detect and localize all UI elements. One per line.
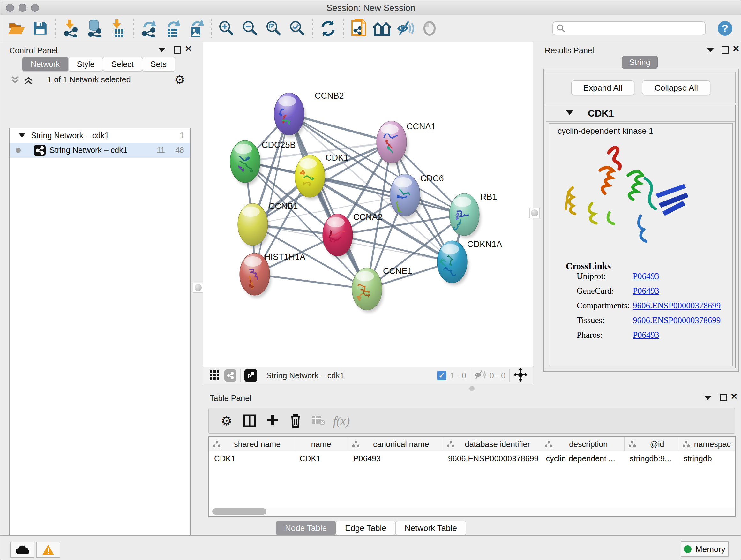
show-nodes-icon[interactable]: [418, 18, 441, 39]
results-panel-title: Results Panel: [545, 46, 594, 55]
tab-style[interactable]: Style: [68, 57, 104, 71]
selected-checkbox-icon[interactable]: ✓: [437, 371, 447, 380]
network-graph[interactable]: CCNB2CCNA1CDC25BCDK1CDC6RB1CCNB1CCNA2HIS…: [203, 42, 533, 367]
crosslinks-section: CrossLinks Uniprot:P06493GeneCard:P06493…: [549, 261, 732, 345]
collapse-all-button[interactable]: Collapse All: [642, 80, 711, 95]
table-cell[interactable]: 9606.ENSP00000378699: [443, 451, 541, 465]
scrollbar-thumb[interactable]: [212, 508, 266, 515]
network-view-title: String Network – cdk1: [266, 371, 344, 380]
results-panel-float-icon[interactable]: [722, 46, 729, 54]
left-splitter-handle[interactable]: [193, 283, 203, 293]
save-session-icon[interactable]: [28, 18, 52, 39]
gene-name: CDK1: [588, 108, 614, 119]
table-cell[interactable]: stringdb:9...: [624, 451, 678, 465]
table-cell[interactable]: stringdb: [678, 451, 735, 465]
delete-column-icon[interactable]: [284, 414, 307, 428]
column-header-name[interactable]: name: [294, 437, 348, 451]
control-panel-float-icon[interactable]: [174, 46, 181, 54]
memory-button[interactable]: Memory: [681, 541, 729, 557]
table-horizontal-scrollbar[interactable]: [210, 507, 735, 516]
string-view-icon[interactable]: [224, 369, 237, 381]
column-header-description[interactable]: description: [541, 437, 624, 451]
gene-disclosure-icon[interactable]: [566, 111, 573, 115]
tab-string[interactable]: String: [622, 56, 658, 69]
network-options-gear-icon[interactable]: ⚙: [174, 73, 185, 87]
refresh-icon[interactable]: [316, 18, 340, 39]
edge-count: 48: [175, 145, 184, 155]
table-cell[interactable]: CDK1: [294, 451, 348, 465]
string-home-icon[interactable]: [370, 18, 394, 39]
string-document-icon[interactable]: [347, 18, 370, 39]
zoom-in-icon[interactable]: [215, 18, 239, 39]
column-header-shared-name[interactable]: shared name: [209, 437, 294, 451]
help-icon[interactable]: ?: [713, 18, 737, 39]
search-input[interactable]: [552, 21, 705, 36]
tab-sets[interactable]: Sets: [142, 57, 175, 71]
table-cell[interactable]: P06493: [348, 451, 443, 465]
table-cell[interactable]: cyclin-dependent ...: [541, 451, 624, 465]
table-row[interactable]: CDK1CDK1P064939606.ENSP00000378699cyclin…: [209, 451, 735, 465]
crosslink-link[interactable]: P06493: [633, 271, 659, 281]
open-session-icon[interactable]: [5, 18, 28, 39]
hide-nodes-icon[interactable]: [394, 18, 418, 39]
table-header-row[interactable]: shared namenamecanonical namedatabase id…: [209, 437, 735, 451]
export-network-icon[interactable]: [137, 18, 160, 39]
results-panel-collapse-icon[interactable]: [707, 48, 714, 52]
hidden-eye-icon[interactable]: [474, 370, 486, 381]
horizontal-splitter-handle[interactable]: [469, 386, 475, 391]
table-panel-float-icon[interactable]: [720, 394, 727, 401]
table-cell[interactable]: CDK1: [209, 451, 294, 465]
results-panel-close-icon[interactable]: ✕: [732, 44, 740, 54]
control-panel-collapse-icon[interactable]: [158, 48, 165, 52]
crosslink-link[interactable]: 9606.ENSP00000378699: [633, 301, 721, 311]
create-column-icon[interactable]: [261, 415, 284, 427]
node-label-CDC6: CDC6: [420, 174, 444, 183]
warning-status-button[interactable]: [36, 542, 60, 558]
collection-disclosure-icon[interactable]: [19, 133, 25, 138]
main-toolbar: ?: [0, 15, 741, 42]
network-canvas[interactable]: CCNB2CCNA1CDC25BCDK1CDC6RB1CCNB1CCNA2HIS…: [203, 42, 533, 367]
column-header-canonical-name[interactable]: canonical name: [348, 437, 443, 451]
tab-edge-table[interactable]: Edge Table: [336, 521, 396, 536]
expand-all-button[interactable]: Expand All: [571, 80, 634, 95]
import-network-icon[interactable]: [59, 18, 83, 39]
column-header-@id[interactable]: @id: [624, 437, 678, 451]
zoom-fit-icon[interactable]: [262, 18, 286, 39]
search-bar: [552, 21, 705, 36]
tab-node-table[interactable]: Node Table: [276, 521, 336, 536]
zoom-selected-icon[interactable]: [286, 18, 309, 39]
table-panel-collapse-icon[interactable]: [704, 395, 711, 400]
zoom-out-icon[interactable]: [239, 18, 262, 39]
column-tree-icon: [447, 441, 455, 448]
tab-network-table[interactable]: Network Table: [395, 521, 466, 536]
tab-select[interactable]: Select: [103, 57, 142, 71]
node-gloss: [394, 177, 412, 187]
network-selection-status: 1 of 1 Network selected: [9, 75, 169, 84]
tab-network[interactable]: Network: [22, 57, 69, 71]
network-edge-HIST1H1A-CCNE1[interactable]: [255, 274, 367, 289]
table-panel-close-icon[interactable]: ✕: [731, 391, 738, 401]
node-label-CCNB2: CCNB2: [315, 91, 344, 101]
crosslink-link[interactable]: P06493: [633, 286, 659, 296]
control-panel-close-icon[interactable]: ✕: [185, 44, 192, 54]
export-image-icon[interactable]: [184, 18, 208, 39]
export-table-icon[interactable]: [160, 18, 184, 39]
table-options-gear-icon[interactable]: ⚙: [215, 414, 238, 428]
window-title: Session: New Session: [0, 3, 741, 13]
show-columns-icon[interactable]: [238, 415, 261, 427]
import-table-icon[interactable]: [106, 18, 130, 39]
open-in-window-icon[interactable]: [245, 369, 257, 382]
column-header-namespac[interactable]: namespac: [678, 437, 735, 451]
cloud-status-button[interactable]: [10, 542, 34, 558]
birds-eye-view-icon[interactable]: [514, 368, 528, 383]
crosslink-link[interactable]: P06493: [633, 330, 659, 340]
import-network-from-database-icon[interactable]: [83, 18, 106, 39]
network-edge-CCNB2-HIST1H1A[interactable]: [255, 114, 289, 274]
network-row-selected[interactable]: String Network – cdk1 11 48: [10, 143, 190, 158]
grid-view-icon[interactable]: [210, 370, 219, 381]
gene-section-header[interactable]: CDK1: [546, 105, 735, 122]
network-collection-row[interactable]: String Network – cdk1 1: [10, 128, 190, 143]
column-header-database-identifier[interactable]: database identifier: [443, 437, 541, 451]
network-label: String Network – cdk1: [50, 145, 128, 155]
crosslink-link[interactable]: 9606.ENSP00000378699: [633, 315, 721, 325]
